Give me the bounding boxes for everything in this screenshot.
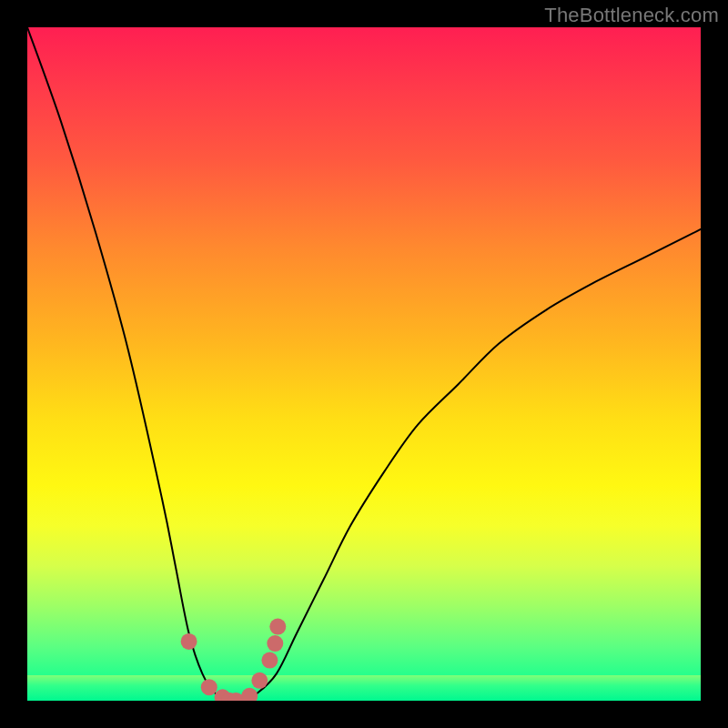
- marker-dot: [269, 619, 286, 635]
- plot-area: [27, 27, 701, 701]
- chart-stage: TheBottleneck.com: [0, 0, 728, 728]
- marker-dot: [251, 672, 268, 689]
- marker-dot: [181, 633, 197, 650]
- marker-dot: [261, 652, 278, 669]
- marker-dot: [201, 679, 217, 695]
- marker-dot: [241, 688, 258, 701]
- curve-layer: [27, 27, 701, 701]
- bottleneck-curve: [27, 27, 701, 701]
- watermark-text: TheBottleneck.com: [544, 4, 719, 27]
- marker-dot: [267, 635, 283, 652]
